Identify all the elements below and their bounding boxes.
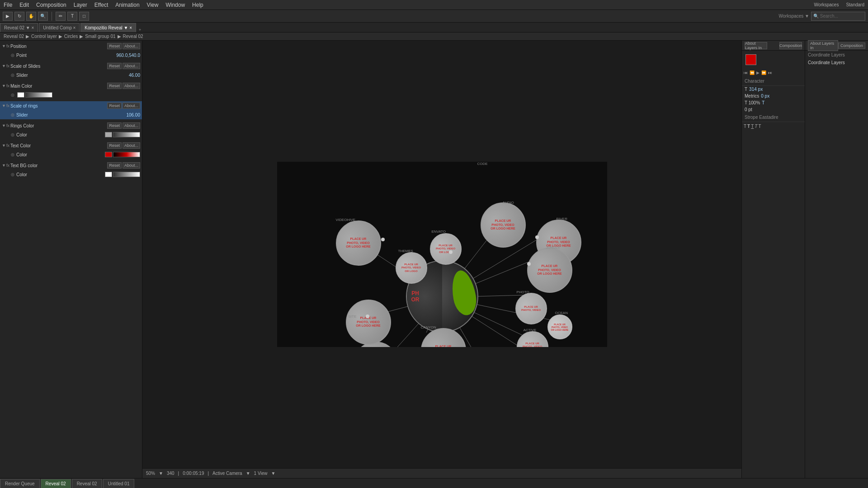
property-textbg-color[interactable]: ▼ fx Text BG color Reset About...	[0, 161, 142, 170]
text-color-reset[interactable]: Reset	[107, 142, 122, 149]
rings-color-reset[interactable]: Reset	[107, 122, 122, 129]
main-color-bar[interactable]	[25, 92, 52, 98]
rp-playback-btn[interactable]: ⏮	[744, 70, 748, 75]
main-color-about[interactable]: About...	[123, 83, 140, 89]
rp-prev-btn[interactable]: ⏪	[750, 70, 755, 75]
tab-add[interactable]: +	[139, 28, 141, 32]
tab-kompozitio[interactable]: Kompozitiо Reveal ▼ ×	[80, 23, 136, 32]
node-videohive[interactable]: PLACE URPHOTO, VIDEOOR LOGO HERE	[336, 221, 381, 266]
menu-file[interactable]: File	[4, 2, 12, 8]
node-themes[interactable]: PLACE URPHOTO, VIDEOOR LOGO	[396, 252, 427, 284]
rp-composition[interactable]: Composition	[779, 42, 802, 49]
property-scale-slides[interactable]: ▼ fx Scale of Slides Reset About...	[0, 61, 142, 70]
menu-layer[interactable]: Layer	[74, 2, 87, 8]
rings-color-swatch-row[interactable]: ◎ Color	[0, 130, 142, 139]
zoom-level[interactable]: 50%	[146, 471, 155, 476]
tool-hand[interactable]: ✋	[26, 12, 36, 21]
main-color-swatch-row[interactable]: ◎	[0, 90, 142, 99]
menu-window[interactable]: Window	[165, 2, 185, 8]
breadcrumb-reveal02[interactable]: Reveal 02	[4, 34, 24, 39]
breadcrumb-circles[interactable]: Circles	[64, 34, 78, 39]
textbg-color-swatch[interactable]	[105, 172, 112, 177]
textbg-color-about[interactable]: About...	[123, 162, 140, 169]
tag-videohive: VIDEOHIVE	[336, 218, 356, 222]
frp-about[interactable]: About Layers In	[808, 40, 838, 51]
resolution-val[interactable]: 340	[167, 471, 175, 476]
text-color-bar[interactable]	[113, 152, 140, 157]
rp-t2[interactable]: T	[747, 124, 750, 129]
btab-reveal02[interactable]: Reveal 02	[41, 479, 71, 488]
frp-comp[interactable]: Composition	[838, 42, 865, 49]
menu-edit[interactable]: Edit	[19, 2, 29, 8]
scale-slides-about[interactable]: About...	[123, 63, 140, 69]
scale-slides-reset[interactable]: Reset	[107, 63, 122, 69]
camera-mode[interactable]: Active Camera	[212, 471, 242, 476]
rp-t3[interactable]: T	[751, 124, 754, 129]
search-input-btn[interactable]: 🔍 Search...	[811, 12, 865, 21]
main-color-reset[interactable]: Reset	[107, 83, 122, 89]
node-active[interactable]: PLACE URPHOTO, VIDEOOR LOGO HERE	[517, 331, 548, 347]
tool-rotate[interactable]: ↻	[14, 12, 24, 21]
tag-themes: THEMES	[398, 249, 413, 253]
property-rings-color[interactable]: ▼ fx Rings Color Reset About...	[0, 121, 142, 130]
property-position[interactable]: ▼ fx Position Reset About...	[0, 42, 142, 51]
menu-view[interactable]: View	[147, 2, 159, 8]
text-color-swatch[interactable]	[105, 152, 112, 157]
node-envato[interactable]: PLACE URPHOTO, VIDEOOR LOGO	[430, 233, 462, 265]
text-color-swatch-row[interactable]: ◎ Color	[0, 150, 142, 159]
scale-rings-slider[interactable]: ◎ Slider 106.00	[0, 110, 142, 119]
rp-about-layers[interactable]: About Layers In	[745, 42, 767, 49]
rp-pt-row: 0 pt	[742, 106, 805, 113]
rings-color-about[interactable]: About...	[123, 122, 140, 129]
position-reset[interactable]: Reset	[107, 43, 122, 49]
rp-end-btn[interactable]: ⏭	[768, 70, 772, 75]
node-photo[interactable]: PLACE URPHOTO, VIDEO	[515, 293, 547, 324]
rp-play-btn[interactable]: ▶	[756, 70, 760, 75]
menu-composition[interactable]: Composition	[36, 2, 66, 8]
property-main-color[interactable]: ▼ fx Main Color Reset About...	[0, 81, 142, 90]
scale-rings-reset[interactable]: Reset	[107, 103, 122, 109]
tool-pen[interactable]: ✏	[56, 12, 66, 21]
tool-text[interactable]: T	[67, 12, 77, 21]
property-scale-rings[interactable]: ▼ fx Scale of rings Reset About...	[0, 101, 142, 110]
rp-t5[interactable]: T	[758, 124, 761, 129]
position-point[interactable]: ◎ Point 960.0,540.0	[0, 51, 142, 60]
text-color-about[interactable]: About...	[123, 142, 140, 149]
property-text-color[interactable]: ▼ fx Text Color Reset About...	[0, 141, 142, 150]
node-audio[interactable]: PLACE URPHOTO, VIDEOOR LOGO HERE	[481, 202, 526, 248]
node-jungle[interactable]: PLACE URPHOTO, VIDEOOR LOGO HERE	[527, 248, 572, 293]
tool-shape[interactable]: □	[79, 12, 89, 21]
tab-untitled[interactable]: Untitled Comp ×	[39, 23, 80, 32]
tab-reveal02[interactable]: Reveal 02 ▼ ×	[0, 23, 38, 32]
breadcrumb: Reveal 02 ▶ Control layer ▶ Circles ▶ Sm…	[0, 33, 868, 41]
rings-color-swatch[interactable]	[105, 132, 112, 137]
btab-untitled[interactable]: Untitled 01	[103, 479, 135, 488]
color-swatch-red[interactable]	[745, 54, 756, 65]
menu-effect[interactable]: Effect	[94, 2, 108, 8]
textbg-color-bar[interactable]	[113, 172, 140, 177]
scale-slides-slider[interactable]: ◎ Slider 46.00	[0, 70, 142, 80]
main-color-swatch[interactable]	[17, 92, 24, 98]
scale-rings-about[interactable]: About...	[123, 103, 140, 109]
breadcrumb-control-layer[interactable]: Control layer	[31, 34, 57, 39]
textbg-color-reset[interactable]: Reset	[107, 162, 122, 169]
btab-reveal02-2[interactable]: Reveal 02	[72, 479, 102, 488]
breadcrumb-small-group[interactable]: Small group 01	[85, 34, 115, 39]
menu-help[interactable]: Help	[192, 2, 203, 8]
node-canyon[interactable]: PLACE URPHOTO, VIDEOOR LOGO HERE	[421, 328, 466, 347]
rp-t1[interactable]: T	[744, 124, 746, 129]
breadcrumb-reveal02-2[interactable]: Reveal 02	[123, 34, 143, 39]
menu-animation[interactable]: Animation	[115, 2, 139, 8]
node-site[interactable]: PLACE URPHOTO, VIDEOOR LOGO HERE	[346, 300, 391, 345]
btab-render[interactable]: Render Queue	[0, 479, 40, 488]
node-ocean[interactable]: PLACE URPHOTO, VIDEOOR LOGO HERE	[547, 314, 572, 339]
viewer-time: 0:00:05:19	[183, 471, 204, 476]
view-mode[interactable]: 1 View	[254, 471, 268, 476]
rp-next-btn[interactable]: ⏩	[761, 70, 766, 75]
rings-color-bar[interactable]	[113, 132, 140, 137]
position-about[interactable]: About...	[123, 43, 140, 49]
tool-zoom[interactable]: 🔍	[38, 12, 48, 21]
rp-t4[interactable]: T	[755, 124, 757, 129]
tool-select[interactable]: ▶	[3, 12, 13, 21]
textbg-color-swatch-row[interactable]: ◎ Color	[0, 170, 142, 179]
